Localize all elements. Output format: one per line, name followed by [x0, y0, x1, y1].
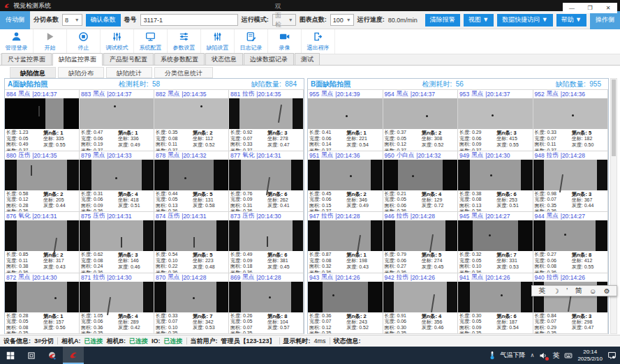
defect-card[interactable]: 940拉伤|20:14:26长度: 0.84宽度: 0.07面积: 0.29米数… — [533, 273, 609, 335]
defect-card[interactable]: 871拉伤|20:14:30长度: 1.05宽度: 0.06面积: 0.36米数… — [80, 273, 154, 335]
defect-card[interactable]: 875压伤|20:14:31长度: 0.62宽度: 0.08面积: 0.24米数… — [80, 212, 154, 273]
defect-image[interactable] — [80, 98, 154, 129]
defect-card[interactable]: 874压伤|20:14:31长度: 0.54宽度: 0.10面积: 0.22米数… — [154, 212, 229, 273]
defect-card[interactable]: 878黑点|20:14:32长度: 0.44宽度: 0.05面积: 0.13米数… — [154, 151, 229, 213]
tab-1[interactable]: 缺陷监控界面 — [52, 53, 103, 66]
defect-image[interactable] — [383, 160, 458, 190]
defect-card[interactable]: 881拉伤|20:14:35长度: 0.92宽度: 0.07面积: 0.33米数… — [229, 90, 304, 151]
defect-card[interactable]: 954黑点|20:14:37长度: 0.37宽度: 0.05面积: 0.12米数… — [383, 90, 459, 151]
defect-card[interactable]: 877氧化|20:14:31长度: 0.76宽度: 0.09面积: 0.31米数… — [229, 151, 304, 213]
defect-image[interactable] — [458, 282, 533, 312]
defect-card[interactable]: 944黑点|20:14:27长度: 0.27宽度: 0.06面积: 0.08米数… — [533, 212, 609, 273]
defect-image[interactable] — [533, 98, 608, 129]
action-center-icon[interactable] — [607, 351, 617, 360]
toolbar-button-sliders-vertical2[interactable]: 缺陷设置 — [201, 29, 235, 54]
defect-card[interactable]: 942拉伤|20:14:26长度: 0.91宽度: 0.06面积: 0.30米数… — [383, 273, 459, 335]
help-menu-button[interactable]: 帮助 ▼ — [556, 14, 586, 26]
toolbar-button-monitor[interactable]: 系统配置 — [134, 29, 168, 54]
maximize-button[interactable]: ❐ — [581, 3, 599, 13]
defect-image[interactable] — [308, 282, 383, 312]
tab-6[interactable]: 测试 — [295, 53, 320, 65]
defect-card[interactable]: 952黑点|20:14:36长度: 0.33宽度: 0.07面积: 0.11米数… — [533, 90, 609, 151]
subtab-1[interactable]: 缺陷分布 — [58, 67, 104, 78]
defect-image[interactable] — [80, 220, 154, 251]
defect-image[interactable] — [308, 160, 383, 190]
clock[interactable]: 20:14 2025/2/10 — [577, 349, 603, 363]
defect-card[interactable]: 883黑点|20:14:37长度: 0.47宽度: 0.06面积: 0.19米数… — [80, 90, 154, 151]
defect-card[interactable]: 950小白点|20:14:32长度: 0.21宽度: 0.05面积: 0.06米… — [383, 151, 459, 213]
chart-points-select[interactable]: 100▼ — [330, 14, 354, 26]
task-view-button[interactable] — [21, 347, 42, 364]
defect-card[interactable]: 947拉伤|20:14:28长度: 0.87宽度: 0.08面积: 0.32米数… — [308, 212, 383, 273]
ime-fullwidth-icon[interactable]: ☽ — [553, 287, 559, 295]
ime-language-indicator[interactable]: 英 — [552, 351, 559, 361]
defect-image[interactable] — [458, 98, 533, 129]
defect-image[interactable] — [383, 98, 458, 129]
toolbar-button-user[interactable]: 管理登录 — [0, 29, 34, 54]
defect-image[interactable] — [383, 220, 458, 251]
tab-0[interactable]: 尺寸监控界面 — [1, 53, 52, 65]
run-mode-select[interactable]: 双面检测▼ — [272, 14, 296, 26]
defect-card[interactable]: 872黑点|20:14:30长度: 0.28宽度: 0.05面积: 0.08米数… — [5, 273, 80, 335]
subtab-0[interactable]: 缺陷信息 — [10, 67, 56, 78]
toolbar-button-camera[interactable]: 录像 — [268, 29, 302, 54]
strip-count-select[interactable]: 8▼ — [62, 14, 82, 26]
toolbar-button-log[interactable]: 日志记录 — [235, 29, 268, 54]
defect-image[interactable] — [5, 282, 79, 312]
toolbar-button-sliders-horizontal[interactable]: 参数设置 — [168, 29, 201, 54]
defect-image[interactable] — [383, 282, 458, 312]
taskbar-app-1[interactable] — [42, 347, 63, 364]
defect-image[interactable] — [458, 160, 533, 190]
confirm-strip-count-button[interactable]: 确认条数 — [86, 14, 121, 26]
defect-card[interactable]: 876氧化|20:14:31长度: 0.85宽度: 0.11面积: 0.38米数… — [5, 212, 80, 273]
toolbar-button-sliders-vertical[interactable]: 调试模式 — [101, 29, 134, 54]
defect-image[interactable] — [5, 98, 79, 129]
defect-image[interactable] — [80, 160, 154, 190]
defect-card[interactable]: 949黑点|20:14:30长度: 0.38宽度: 0.08面积: 0.13米数… — [458, 151, 533, 213]
defect-image[interactable] — [154, 282, 228, 312]
ime-punctuation-icon[interactable]: ’ — [566, 287, 568, 295]
tab-4[interactable]: 状态信息 — [205, 53, 243, 65]
subtab-2[interactable]: 缺陷统计 — [106, 67, 152, 78]
defect-card[interactable]: 946拉伤|20:14:28长度: 0.79宽度: 0.06面积: 0.27米数… — [383, 212, 459, 273]
view-menu-button[interactable]: 视图 ▼ — [464, 14, 494, 26]
clear-alarm-button[interactable]: 清除报警 — [425, 14, 460, 26]
defect-image[interactable] — [154, 160, 228, 190]
subtab-3[interactable]: 分类信息统计 — [154, 67, 213, 78]
defect-image[interactable] — [533, 220, 608, 251]
data-quick-access-button[interactable]: 数据快捷访问 ▼ — [497, 14, 552, 26]
ime-emoji-icon[interactable]: ☺ — [589, 287, 596, 295]
defect-card[interactable]: 873压伤|20:14:30长度: 0.49宽度: 0.09面积: 0.18米数… — [229, 212, 304, 273]
defect-card[interactable]: 870黑点|20:14:28长度: 0.33宽度: 0.07面积: 0.10米数… — [154, 273, 229, 335]
defect-image[interactable] — [5, 220, 79, 251]
defect-card[interactable]: 951黑点|20:14:36长度: 0.45宽度: 0.06面积: 0.15米数… — [308, 151, 383, 213]
start-button[interactable] — [0, 347, 21, 364]
ime-simplified-toggle[interactable]: 简 — [575, 286, 582, 296]
defect-card[interactable]: 948拉伤|20:14:28长度: 0.98宽度: 0.07面积: 0.35米数… — [533, 151, 609, 213]
defect-card[interactable]: 884黑点|20:14:37长度: 1.23宽度: 0.05面积: 0.49米数… — [5, 90, 80, 151]
close-button[interactable]: ✕ — [599, 3, 617, 13]
defect-image[interactable] — [154, 220, 228, 251]
weather-text[interactable]: 气温下降 — [501, 351, 526, 360]
keyboard-icon[interactable] — [564, 351, 573, 360]
minimize-button[interactable]: — — [563, 3, 581, 13]
toolbar-button-stop[interactable]: 停止 — [67, 29, 101, 54]
tab-5[interactable]: 边缘数据记录 — [244, 53, 294, 65]
defect-image[interactable] — [458, 220, 533, 251]
scrollbar-thumb[interactable] — [612, 79, 616, 156]
defect-image[interactable] — [308, 98, 383, 129]
tray-expand-chevron[interactable]: ∧ — [531, 352, 535, 358]
defect-image[interactable] — [229, 220, 303, 251]
ime-settings-gear-icon[interactable]: ⚙ — [604, 287, 610, 295]
defect-card[interactable]: 943黑点|20:14:26长度: 0.36宽度: 0.07面积: 0.12米数… — [308, 273, 383, 335]
defect-image[interactable] — [80, 282, 154, 312]
defect-image[interactable] — [308, 220, 383, 251]
drive-side-chip[interactable]: 传动侧 — [0, 11, 30, 29]
operator-side-chip[interactable]: 操作侧 — [590, 11, 620, 29]
ime-lang-toggle[interactable]: 英 — [538, 286, 545, 296]
roll-number-input[interactable] — [140, 14, 238, 26]
defect-image[interactable] — [154, 98, 228, 129]
defect-image[interactable] — [229, 282, 303, 312]
defect-card[interactable]: 880压伤|20:14:35长度: 0.58宽度: 0.12面积: 0.28米数… — [5, 151, 80, 213]
defect-card[interactable]: 882黑点|20:14:35长度: 0.35宽度: 0.08面积: 0.11米数… — [154, 90, 229, 151]
